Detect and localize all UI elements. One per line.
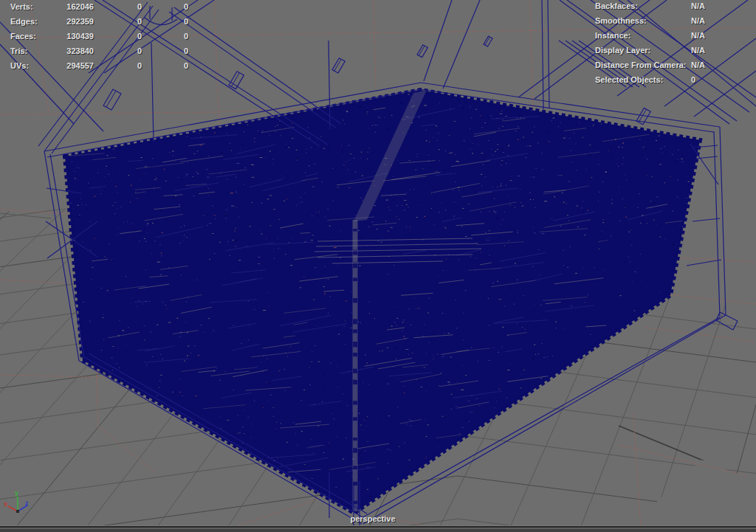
hud-value: 0: [134, 61, 145, 70]
hud-label: Display Layer:: [595, 46, 650, 55]
hud-value: 294557: [41, 61, 94, 70]
hud-label: Instance:: [595, 31, 630, 40]
hud-value: 0: [134, 17, 145, 26]
hud-value: 162046: [41, 2, 94, 11]
viewport[interactable]: Verts: 162046 0 0 Edges: 292359 0 0 Face…: [0, 0, 756, 532]
hud-label: Backfaces:: [595, 1, 638, 10]
hud-label: Edges:: [10, 17, 38, 26]
axis-origin: [16, 510, 19, 513]
hud-value: 0: [134, 32, 145, 41]
hud-value: N/A: [691, 61, 705, 69]
hud-label: UVs:: [10, 61, 29, 70]
hud-value: 292359: [41, 17, 94, 26]
axis-z-label: z: [25, 500, 29, 507]
hud-value: 0: [181, 32, 191, 41]
axis-x-label: x: [4, 500, 7, 508]
hud-value: N/A: [691, 46, 705, 55]
camera-name-label: perspective: [340, 514, 406, 523]
hud-value: 0: [181, 17, 191, 26]
panel-bottom-border: [0, 525, 756, 532]
hud-value: 0: [181, 2, 191, 11]
hud-value: 0: [691, 75, 695, 84]
mesh-wireframe-dense: [65, 90, 700, 513]
hud-label: Tris:: [10, 46, 27, 55]
hud-value: 323840: [41, 46, 94, 55]
hud-value: 0: [134, 46, 145, 55]
hud-label: Distance From Camera:: [595, 61, 687, 69]
axis-y-label: y: [15, 489, 18, 497]
hud-label: Selected Objects:: [595, 75, 663, 84]
view-axis-gizmo[interactable]: x y z: [0, 487, 44, 525]
hud-label: Smoothness:: [595, 16, 647, 25]
hud-value: N/A: [691, 1, 705, 10]
hud-value: 0: [134, 2, 145, 11]
hud-label: Verts:: [10, 2, 33, 11]
hud-value: N/A: [691, 16, 705, 25]
hud-value: 0: [181, 61, 191, 70]
hud-value: N/A: [691, 31, 705, 40]
hud-value: 0: [181, 46, 191, 55]
hud-value: 130439: [41, 32, 94, 41]
hud-label: Faces:: [10, 32, 36, 41]
